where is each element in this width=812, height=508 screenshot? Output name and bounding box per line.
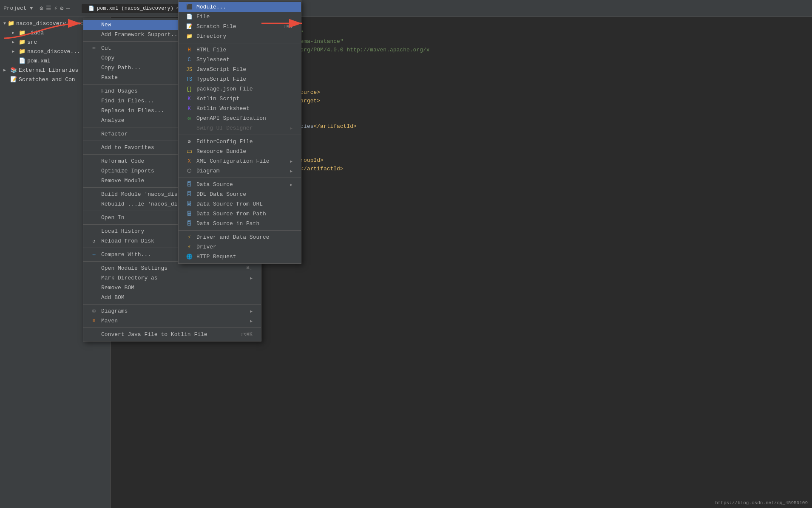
menu-item-label: Kotlin Script — [196, 96, 239, 102]
dropdown-arrow-icon[interactable]: ▼ — [30, 6, 33, 11]
menu-item-xml-config[interactable]: X XML Configuration File ▶ — [179, 156, 301, 166]
editorconfig-icon: ⚙ — [185, 138, 193, 145]
menu-item-driver-data-source[interactable]: ⚡ Driver and Data Source — [179, 232, 301, 242]
menu-item-scratch-file[interactable]: 📝 Scratch File ⇧⌘N — [179, 22, 301, 31]
menu-item-label: Local History — [101, 228, 144, 234]
ts-icon: TS — [185, 76, 193, 82]
menu-item-data-source-in-path[interactable]: 🗄 Data Source in Path — [179, 219, 301, 229]
menu-item-module[interactable]: ⬛ Module... — [179, 2, 301, 12]
menu-item-label: Data Source from URL — [196, 201, 263, 207]
filter-icon[interactable]: ⚡ — [54, 5, 57, 12]
menu-item-open-module-settings[interactable]: Open Module Settings ⌘↓ — [83, 263, 261, 273]
submenu-arrow-icon: ▶ — [250, 276, 253, 281]
submenu-arrow-icon: ▶ — [250, 309, 253, 314]
menu-item-label: package.json File — [196, 86, 253, 92]
reload-icon: ↺ — [90, 238, 98, 244]
file-icon: 📄 — [185, 14, 193, 20]
expand-arrow-icon: ▶ — [3, 68, 9, 73]
kotlin-script-icon: K — [185, 96, 193, 102]
menu-item-stylesheet[interactable]: C Stylesheet — [179, 55, 301, 65]
folder-icon: 📁 — [19, 39, 26, 45]
menu-item-label: HTML File — [196, 47, 226, 53]
submenu-separator-3 — [179, 178, 301, 178]
data-source-icon: 🗄 — [185, 181, 193, 188]
directory-icon: 📁 — [185, 33, 193, 40]
menu-item-diagrams[interactable]: ⊞ Diagrams ▶ — [83, 306, 261, 316]
menu-item-mark-directory[interactable]: Mark Directory as ▶ — [83, 273, 261, 283]
driver-icon: ⚡ — [185, 244, 193, 250]
menu-item-typescript[interactable]: TS TypeScript File — [179, 74, 301, 84]
package-icon: {} — [185, 86, 193, 92]
data-path-icon: 🗄 — [185, 211, 193, 217]
menu-item-label: Find in Files... — [101, 98, 154, 104]
menu-item-label: XML Configuration File — [196, 158, 270, 164]
menu-item-editorconfig[interactable]: ⚙ EditorConfig File — [179, 137, 301, 147]
menu-item-kotlin-script[interactable]: K Kotlin Script — [179, 94, 301, 104]
menu-item-label: Optimize Imports — [101, 168, 154, 174]
menu-item-file[interactable]: 📄 File — [179, 12, 301, 22]
menu-item-remove-bom[interactable]: Remove BOM — [83, 283, 261, 293]
menu-separator-12 — [83, 327, 261, 328]
menu-item-maven[interactable]: m Maven ▶ — [83, 316, 261, 326]
menu-item-label: Swing UI Designer — [196, 125, 253, 131]
menu-item-label: Add to Favorites — [101, 144, 154, 151]
pom-xml-tab[interactable]: 📄 pom.xml (nacos_discovery) × — [82, 4, 185, 13]
layout-icon[interactable]: ☰ — [46, 5, 51, 12]
menu-item-html-file[interactable]: H HTML File — [179, 45, 301, 55]
shortcut-label: ⌘↓ — [247, 265, 253, 271]
settings-icon[interactable]: ⚙ — [40, 5, 43, 12]
html-icon: H — [185, 47, 193, 53]
submenu-separator-4 — [179, 230, 301, 231]
menu-item-label: Driver and Data Source — [196, 234, 270, 240]
menu-item-ddl-data-source[interactable]: 🗄 DDL Data Source — [179, 189, 301, 199]
diagram-icon: ⬡ — [185, 168, 193, 174]
toolbar: Project ▼ ⚙ ☰ ⚡ ⚙ — 📄 pom.xml (nacos_dis… — [0, 0, 812, 17]
tab-label: pom.xml (nacos_discovery) — [97, 6, 173, 11]
http-icon: 🌐 — [185, 254, 193, 260]
menu-item-label: Mark Directory as — [101, 275, 158, 281]
library-icon: 📚 — [10, 67, 17, 73]
menu-item-label: Convert Java File to Kotlin File — [101, 331, 207, 338]
menu-item-driver[interactable]: ⚡ Driver — [179, 242, 301, 252]
menu-item-data-source[interactable]: 🗄 Data Source ▶ — [179, 180, 301, 189]
menu-item-label: Kotlin Worksheet — [196, 105, 250, 112]
menu-item-http-request[interactable]: 🌐 HTTP Request — [179, 252, 301, 262]
expand-arrow-icon: ▶ — [12, 40, 17, 45]
menu-item-label: TypeScript File — [196, 76, 246, 82]
js-icon: JS — [185, 67, 193, 73]
menu-item-diagram[interactable]: ⬡ Diagram ▶ — [179, 166, 301, 176]
sidebar-item-label: nacos_discove... — [27, 48, 80, 55]
menu-item-label: OpenAPI Specification — [196, 115, 266, 121]
menu-item-data-source-url[interactable]: 🗄 Data Source from URL — [179, 199, 301, 209]
sidebar-item-label: src — [27, 39, 37, 45]
menu-item-convert-java[interactable]: Convert Java File to Kotlin File ⇧⌥⌘K — [83, 330, 261, 339]
folder-icon: 📁 — [19, 29, 26, 36]
config-icon[interactable]: ⚙ — [60, 5, 63, 12]
menu-item-openapi[interactable]: ◎ OpenAPI Specification — [179, 113, 301, 123]
expand-arrow-icon: ▶ — [12, 49, 17, 54]
compare-icon: ↔ — [90, 252, 98, 258]
menu-item-label: Maven — [101, 318, 118, 324]
close-icon[interactable]: — — [66, 5, 70, 12]
menu-item-package-json[interactable]: {} package.json File — [179, 84, 301, 94]
menu-item-label: Reformat Code — [101, 158, 144, 164]
menu-item-kotlin-worksheet[interactable]: K Kotlin Worksheet — [179, 104, 301, 113]
menu-item-javascript[interactable]: JS JavaScript File — [179, 65, 301, 74]
menu-item-directory[interactable]: 📁 Directory — [179, 31, 301, 41]
submenu-new: ⬛ Module... 📄 File 📝 Scratch File ⇧⌘N 📁 … — [178, 0, 301, 264]
menu-item-label: Remove Module — [101, 178, 144, 184]
menu-item-data-source-path[interactable]: 🗄 Data Source from Path — [179, 209, 301, 219]
resource-icon: 🗃 — [185, 148, 193, 155]
scratch-file-icon: 📝 — [185, 23, 193, 30]
sidebar-item-label: nacos_discovery — [16, 20, 66, 27]
data-url-icon: 🗄 — [185, 201, 193, 207]
submenu-separator-1 — [179, 43, 301, 43]
shortcut-label: ⇧⌥⌘K — [240, 331, 253, 338]
sidebar-item-label: pom.xml — [27, 58, 51, 64]
menu-item-add-bom[interactable]: Add BOM — [83, 293, 261, 302]
menu-item-label: Data Source — [196, 181, 233, 188]
diagrams-icon: ⊞ — [90, 308, 98, 314]
menu-item-resource-bundle[interactable]: 🗃 Resource Bundle — [179, 147, 301, 156]
menu-item-label: Open Module Settings — [101, 265, 168, 271]
openapi-icon: ◎ — [185, 115, 193, 121]
